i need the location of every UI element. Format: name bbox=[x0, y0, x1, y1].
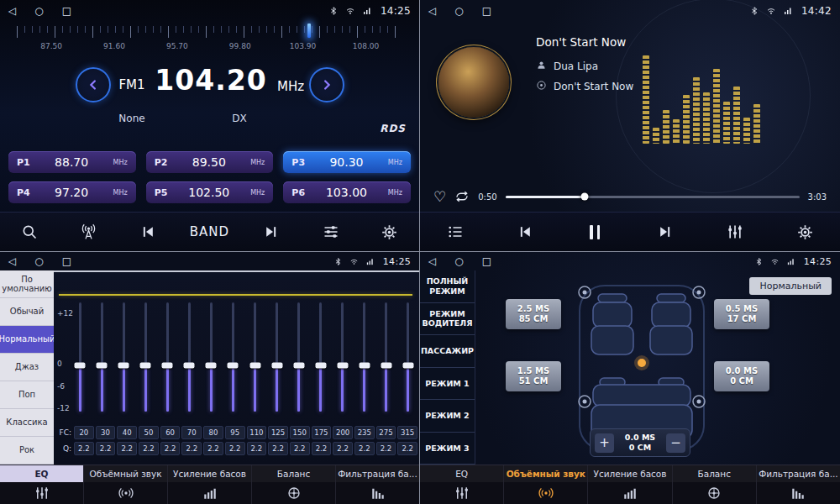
slider-knob[interactable] bbox=[249, 363, 260, 369]
eq-band-slider[interactable] bbox=[74, 302, 86, 413]
favorite-icon[interactable]: ♡ bbox=[433, 188, 446, 205]
preset-button-p1[interactable]: P1 88.70 MHz bbox=[8, 151, 136, 173]
slider-knob[interactable] bbox=[118, 363, 129, 369]
slider-knob[interactable] bbox=[162, 363, 173, 369]
eq-preset-classic[interactable]: Классика bbox=[0, 409, 54, 437]
tab-filter[interactable]: Фильтрация ба... bbox=[757, 465, 840, 504]
tab-balance[interactable]: Баланс bbox=[673, 465, 757, 504]
mode-passenger[interactable]: ПАССАЖИР bbox=[420, 335, 475, 368]
previous-track-icon[interactable] bbox=[131, 219, 165, 244]
tab-bass-boost[interactable]: Усиление басов bbox=[168, 465, 252, 504]
next-track-icon[interactable] bbox=[648, 219, 682, 244]
slider-knob[interactable] bbox=[293, 363, 304, 369]
search-icon[interactable] bbox=[13, 219, 46, 244]
slider-knob[interactable] bbox=[140, 363, 151, 369]
recents-icon[interactable]: □ bbox=[482, 256, 491, 266]
settings-gear-icon[interactable] bbox=[788, 219, 822, 244]
equalizer-icon[interactable] bbox=[718, 219, 752, 244]
eq-band-slider[interactable] bbox=[205, 302, 217, 413]
eq-preset-custom[interactable]: Обычай bbox=[0, 298, 54, 326]
eq-band-slider[interactable] bbox=[161, 302, 173, 413]
slider-knob[interactable] bbox=[359, 363, 370, 369]
eq-preset-pop[interactable]: Поп bbox=[0, 381, 54, 409]
next-track-icon[interactable] bbox=[255, 219, 288, 244]
eq-band-slider[interactable] bbox=[96, 302, 108, 413]
tab-filter[interactable]: Фильтрация ба... bbox=[336, 465, 419, 504]
delay-front-right[interactable]: 0.5 MS 17 CM bbox=[714, 299, 769, 329]
eq-preset-default[interactable]: По умолчанию bbox=[0, 270, 54, 298]
eq-band-slider[interactable] bbox=[359, 302, 370, 413]
eq-preset-jazz[interactable]: Джаз bbox=[0, 354, 54, 381]
seek-up-button[interactable] bbox=[309, 67, 344, 102]
mode-2[interactable]: РЕЖИМ 2 bbox=[420, 400, 475, 433]
eq-band-slider[interactable] bbox=[227, 302, 239, 413]
delay-minus-button[interactable]: − bbox=[666, 433, 685, 453]
preset-button-p5[interactable]: P5 102.50 MHz bbox=[146, 181, 274, 203]
eq-band-slider[interactable] bbox=[271, 302, 283, 413]
previous-track-icon[interactable] bbox=[508, 219, 542, 244]
mode-driver[interactable]: РЕЖИМ ВОДИТЕЛЯ bbox=[420, 303, 475, 336]
slider-knob[interactable] bbox=[337, 363, 348, 369]
mode-1[interactable]: РЕЖИМ 1 bbox=[420, 368, 475, 401]
frequency-ruler[interactable]: 87.50 91.60 95.70 99.80 103.90 108.00 bbox=[7, 24, 412, 62]
delay-plus-button[interactable]: + bbox=[595, 433, 614, 453]
seek-bar[interactable] bbox=[506, 196, 800, 198]
player-progress-knob[interactable] bbox=[581, 193, 589, 201]
eq-preset-rock[interactable]: Рок bbox=[0, 437, 54, 465]
preset-button-p2[interactable]: P2 89.50 MHz bbox=[146, 151, 274, 173]
tab-surround[interactable]: Объёмный звук bbox=[504, 465, 588, 504]
recents-icon[interactable]: □ bbox=[482, 6, 491, 16]
eq-band-slider[interactable] bbox=[337, 302, 349, 413]
broadcast-icon[interactable] bbox=[71, 219, 105, 244]
repeat-icon[interactable] bbox=[454, 189, 470, 204]
home-icon[interactable]: ○ bbox=[34, 256, 43, 266]
mode-3[interactable]: РЕЖИМ 3 bbox=[420, 433, 475, 465]
home-icon[interactable]: ○ bbox=[34, 6, 43, 16]
home-icon[interactable]: ○ bbox=[454, 256, 463, 266]
slider-knob[interactable] bbox=[315, 363, 326, 369]
back-icon[interactable]: ◁ bbox=[8, 256, 16, 266]
eq-band-slider[interactable] bbox=[293, 302, 305, 413]
preset-button-p3[interactable]: P3 90.30 MHz bbox=[283, 151, 411, 173]
eq-band-slider[interactable] bbox=[118, 302, 129, 413]
slider-knob[interactable] bbox=[75, 363, 86, 369]
slider-knob[interactable] bbox=[184, 363, 195, 369]
settings-gear-icon[interactable] bbox=[373, 219, 407, 244]
tab-eq[interactable]: EQ bbox=[0, 465, 84, 504]
back-icon[interactable]: ◁ bbox=[428, 6, 436, 16]
recents-icon[interactable]: □ bbox=[62, 6, 71, 16]
tab-eq[interactable]: EQ bbox=[420, 465, 504, 504]
preset-button-p6[interactable]: P6 103.00 MHz bbox=[283, 181, 411, 203]
tune-sliders-icon[interactable] bbox=[314, 219, 348, 244]
eq-band-slider[interactable] bbox=[402, 302, 414, 413]
mode-full[interactable]: ПОЛНЫЙ РЕЖИМ bbox=[420, 270, 475, 303]
eq-band-slider[interactable] bbox=[183, 302, 195, 413]
playlist-icon[interactable] bbox=[438, 219, 472, 244]
back-icon[interactable]: ◁ bbox=[428, 256, 436, 266]
seek-down-button[interactable] bbox=[76, 67, 111, 102]
slider-knob[interactable] bbox=[381, 363, 391, 369]
recents-icon[interactable]: □ bbox=[62, 256, 71, 266]
delay-rear-left[interactable]: 1.5 MS 51 CM bbox=[506, 361, 561, 391]
delay-rear-right[interactable]: 0.0 MS 0 CM bbox=[714, 361, 769, 391]
eq-band-slider[interactable] bbox=[315, 302, 327, 413]
tab-balance[interactable]: Баланс bbox=[252, 465, 336, 504]
eq-preset-normal[interactable]: Нормальный bbox=[0, 326, 54, 354]
slider-knob[interactable] bbox=[402, 363, 413, 369]
slider-knob[interactable] bbox=[271, 363, 282, 369]
pause-icon[interactable] bbox=[578, 219, 612, 244]
tab-bass-boost[interactable]: Усиление басов bbox=[588, 465, 672, 504]
eq-band-slider[interactable] bbox=[381, 302, 392, 413]
delay-front-left[interactable]: 2.5 MS 85 CM bbox=[506, 299, 561, 329]
preset-button-p4[interactable]: P4 97.20 MHz bbox=[8, 181, 136, 203]
home-icon[interactable]: ○ bbox=[454, 6, 463, 16]
slider-knob[interactable] bbox=[206, 363, 217, 369]
back-icon[interactable]: ◁ bbox=[8, 6, 16, 16]
slider-knob[interactable] bbox=[228, 363, 239, 369]
slider-knob[interactable] bbox=[97, 363, 108, 369]
eq-band-slider[interactable] bbox=[139, 302, 151, 413]
tab-surround[interactable]: Объёмный звук bbox=[84, 465, 168, 504]
eq-band-slider[interactable] bbox=[249, 302, 261, 413]
sound-profile-button[interactable]: Нормальный bbox=[749, 277, 832, 295]
band-button[interactable]: BAND bbox=[190, 224, 229, 239]
